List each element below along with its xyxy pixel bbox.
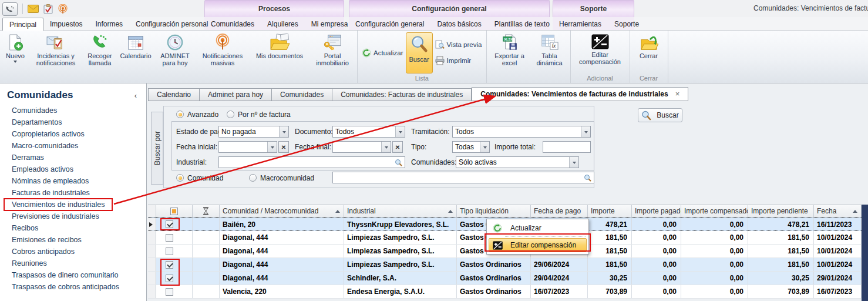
ribbon-tab-plantillas-de-texto[interactable]: Plantillas de texto — [488, 18, 556, 31]
row-checkbox[interactable] — [166, 220, 173, 228]
comunidad-search-input[interactable] — [332, 172, 594, 183]
macrocomunidad-radio[interactable] — [249, 174, 257, 182]
context-menu-item-actualizar[interactable]: Actualizar — [489, 221, 587, 235]
ribbon-tab-comunidades[interactable]: Comunidades — [204, 18, 261, 31]
row-checkbox[interactable] — [166, 288, 173, 296]
view-tab-calendario[interactable]: Calendario — [148, 88, 200, 101]
nuevo-button[interactable]: Nuevo — [2, 31, 29, 74]
sidebar-item-copropietarios-activos[interactable]: Copropietarios activos — [0, 128, 146, 140]
sidebar-item-macro-comunidades[interactable]: Macro-comunidades — [0, 140, 146, 152]
avanzado-radio[interactable] — [176, 111, 184, 118]
vertical-scrollbar[interactable] — [862, 205, 868, 301]
ribbon-tab-alquileres[interactable]: Alquileres — [261, 18, 305, 31]
search-icon[interactable] — [584, 174, 592, 185]
cerrar-button[interactable]: Cerrar — [632, 31, 666, 74]
sidebar-item-facturas-de-industriales[interactable]: Facturas de industriales — [0, 187, 146, 199]
chevron-down-icon[interactable] — [279, 126, 288, 137]
importe-total-input[interactable] — [543, 141, 591, 153]
recoger-llamada-button[interactable]: Recoger llamada — [83, 31, 117, 74]
sidebar-item-comunidades[interactable]: Comunidades — [0, 105, 146, 116]
column-header-fecha[interactable]: Fecha — [814, 205, 862, 217]
incidencias-button[interactable]: Incidencias y notificaciones — [29, 31, 83, 74]
row-checkbox[interactable] — [166, 248, 173, 255]
select-all-checkbox[interactable] — [170, 208, 178, 215]
comunidades-select[interactable]: Sólo activas — [456, 156, 579, 168]
column-header-importe-compensado[interactable]: Importe compensado — [681, 205, 748, 217]
sidebar-item-empleados-activos[interactable]: Empleados activos — [0, 163, 146, 175]
editar-compensacion-button[interactable]: Editar compensación — [573, 31, 628, 74]
chevron-down-icon[interactable] — [381, 142, 391, 152]
tramitacion-select[interactable]: Todos — [452, 126, 591, 138]
portal-inmobiliario-button[interactable]: Portal inmobiliario — [309, 31, 355, 74]
column-header-importe[interactable]: Importe — [588, 205, 632, 217]
adminet-hoy-button[interactable]: ADMINET para hoy — [154, 31, 196, 74]
fecha-inicial-select[interactable] — [218, 141, 277, 153]
por-numero-factura-radio[interactable] — [227, 111, 234, 118]
app-icon[interactable] — [2, 2, 18, 16]
row-checkbox[interactable] — [166, 275, 173, 282]
view-tab-comunidades-facturas-de-industriales[interactable]: Comunidades: Facturas de industriales — [332, 88, 472, 101]
clear-fecha-final-icon[interactable]: ✕ — [392, 141, 403, 153]
ribbon-tab-principal[interactable]: Principal — [2, 18, 43, 31]
buscar-filter-button[interactable]: Buscar — [638, 108, 682, 122]
ribbon-tab-mi-empresa[interactable]: Mi empresa — [305, 18, 355, 31]
column-header-fecha-de-pago[interactable]: Fecha de pago — [531, 205, 588, 217]
mail-icon[interactable] — [28, 5, 39, 13]
tasks-icon[interactable] — [43, 4, 53, 14]
actualizar-button[interactable]: Actualizar — [359, 47, 406, 59]
column-header-industrial[interactable]: Industrial — [344, 205, 457, 217]
broadcast-icon[interactable] — [58, 4, 68, 14]
chevron-down-icon[interactable] — [480, 142, 489, 152]
chevron-down-icon[interactable] — [267, 142, 277, 152]
column-header-importe-pagado[interactable]: Importe pagado — [632, 205, 681, 217]
view-tab-adminet-para-hoy[interactable]: Adminet para hoy — [200, 88, 272, 101]
column-header-tipo-liquidación[interactable]: Tipo liquidación — [457, 205, 531, 217]
ribbon-tab-configuración-personal[interactable]: Configuración personal — [129, 18, 214, 31]
tabla-dinamica-button[interactable]: fx Tabla dinámica — [531, 31, 568, 74]
buscar-por-vertical-tab[interactable]: Buscar por — [151, 112, 163, 185]
table-row[interactable]: Diagonal, 444Schindler, S.A.Gastos Ordin… — [148, 272, 862, 285]
exportar-excel-button[interactable]: XLSX Exportar a excel — [489, 31, 531, 74]
calendario-button[interactable]: Calendario — [117, 31, 154, 74]
comunidad-radio[interactable] — [176, 174, 184, 182]
industrial-input[interactable] — [218, 156, 405, 168]
ribbon-tab-informes[interactable]: Informes — [89, 18, 129, 31]
imprimir-button[interactable]: Imprimir — [433, 55, 485, 66]
tipo-select[interactable]: Todas — [452, 141, 490, 153]
notificaciones-masivas-button[interactable]: Notificaciones masivas — [196, 31, 250, 74]
collapse-sidebar-icon[interactable]: ‹ — [134, 91, 137, 100]
ribbon-tab-impuestos[interactable]: Impuestos — [43, 18, 89, 31]
estado-pago-select[interactable]: No pagada — [218, 126, 289, 138]
view-tab-comunidades-vencimientos-de-facturas-de-industriales[interactable]: Comunidades: Vencimientos de facturas de… — [472, 87, 688, 101]
ribbon-tab-herramientas[interactable]: Herramientas — [553, 18, 608, 31]
column-header-comunidad-macrocomunidad[interactable]: Comunidad / Macrocomunidad — [220, 205, 344, 217]
clear-fecha-inicial-icon[interactable]: ✕ — [278, 141, 289, 153]
ribbon-tab-datos-básicos[interactable]: Datos básicos — [430, 18, 487, 31]
sidebar-item-recibos[interactable]: Recibos — [0, 222, 146, 234]
row-checkbox[interactable] — [166, 261, 173, 269]
documento-select[interactable]: Todos — [332, 126, 405, 138]
close-tab-icon[interactable]: × — [675, 88, 680, 100]
sidebar-item-traspasos-de-dinero-comunitario[interactable]: Traspasos de dinero comunitario — [0, 269, 146, 281]
context-menu-item-editar-compensacion[interactable]: Editar compensación — [489, 238, 587, 252]
ribbon-tab-configuración-general[interactable]: Configuración general — [349, 18, 430, 31]
view-tab-comunidades[interactable]: Comunidades — [272, 88, 332, 101]
search-icon[interactable] — [395, 159, 403, 169]
mis-documentos-button[interactable]: Mis documentos — [250, 31, 309, 74]
table-row[interactable]: Valencia, 220Endesa Energia, S.A.U.Gasto… — [148, 285, 862, 299]
sidebar-item-vencimientos-de-industriales[interactable]: Vencimientos de industriales — [0, 199, 146, 210]
sidebar-item-previsiones-de-industriales[interactable]: Previsiones de industriales — [0, 210, 146, 222]
sidebar-item-derramas[interactable]: Derramas — [0, 152, 146, 163]
checkbox-column-header[interactable] — [156, 205, 193, 217]
sidebar-item-departamentos[interactable]: Departamentos — [0, 116, 146, 128]
sidebar-item-emisiones-de-recibos[interactable]: Emisiones de recibos — [0, 234, 146, 246]
sidebar-item-nóminas-de-empleados[interactable]: Nóminas de empleados — [0, 175, 146, 187]
chevron-down-icon[interactable] — [395, 126, 405, 137]
chevron-down-icon[interactable] — [569, 157, 578, 168]
column-header-importe-pendiente[interactable]: Importe pendiente — [748, 205, 814, 217]
row-checkbox[interactable] — [166, 234, 173, 242]
fecha-final-select[interactable] — [332, 141, 391, 153]
vista-previa-button[interactable]: Vista previa — [433, 39, 485, 51]
ribbon-tab-soporte[interactable]: Soporte — [608, 18, 645, 31]
sidebar-item-traspasos-de-cobros-anticipados[interactable]: Traspasos de cobros anticipados — [0, 281, 146, 293]
